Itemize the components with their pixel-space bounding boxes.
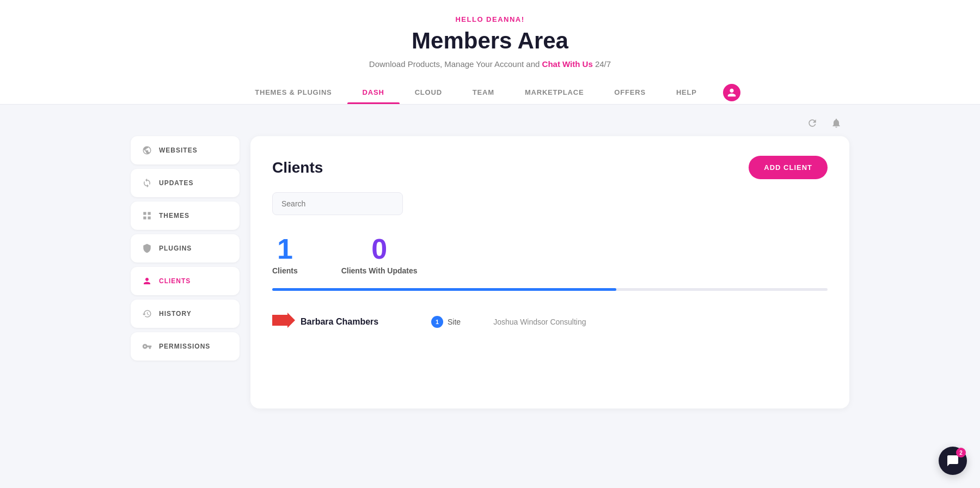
client-row[interactable]: Barbara Chambers 1 Site Joshua Windsor C… <box>301 306 828 338</box>
sidebar-item-updates[interactable]: UPDATES <box>131 169 240 197</box>
clients-updates-value: 0 <box>341 235 418 263</box>
client-company: Joshua Windsor Consulting <box>493 318 586 326</box>
globe-icon <box>142 145 152 156</box>
svg-marker-0 <box>272 313 295 328</box>
nav-dash[interactable]: DASH <box>347 81 400 104</box>
updates-icon <box>142 178 152 188</box>
history-icon <box>142 308 152 319</box>
sidebar-item-plugins[interactable]: PLUGINS <box>131 234 240 263</box>
stat-clients-updates: 0 Clients With Updates <box>341 235 418 275</box>
chat-bubble[interactable]: 2 <box>939 447 967 475</box>
sidebar-label-themes: THEMES <box>159 212 189 219</box>
progress-bar-background <box>272 288 828 291</box>
refresh-icon[interactable] <box>805 115 820 131</box>
add-client-button[interactable]: ADD CLIENT <box>749 156 828 179</box>
clients-count-value: 1 <box>272 235 298 263</box>
card-header: Clients ADD CLIENT <box>272 156 828 179</box>
greeting-text: HELLO DEANNA! <box>0 15 980 23</box>
stat-clients: 1 Clients <box>272 235 298 275</box>
page-title: Members Area <box>0 28 980 54</box>
themes-icon <box>142 210 152 221</box>
clients-count-label: Clients <box>272 266 298 275</box>
nav-cloud[interactable]: CLOUD <box>400 81 457 104</box>
sidebar-label-plugins: PLUGINS <box>159 245 192 252</box>
main-layout: WEBSITES UPDATES THEMES PLUGINS <box>131 136 849 408</box>
clients-updates-label: Clients With Updates <box>341 266 418 275</box>
client-name: Barbara Chambers <box>301 317 409 327</box>
clients-icon <box>142 276 152 286</box>
search-input[interactable] <box>272 192 403 215</box>
plugins-icon <box>142 243 152 254</box>
nav-marketplace[interactable]: MARKETPLACE <box>510 81 599 104</box>
clients-card: Clients ADD CLIENT 1 Clients 0 Clients W… <box>250 136 849 408</box>
site-count-badge: 1 <box>431 316 443 328</box>
nav-team[interactable]: TEAM <box>457 81 510 104</box>
sidebar-item-history[interactable]: HISTORY <box>131 300 240 328</box>
page-header: HELLO DEANNA! Members Area Download Prod… <box>0 0 980 105</box>
user-avatar[interactable] <box>723 84 740 101</box>
nav-help[interactable]: HELP <box>661 81 712 104</box>
stats-row: 1 Clients 0 Clients With Updates <box>272 235 828 275</box>
subtitle: Download Products, Manage Your Account a… <box>0 59 980 69</box>
chat-link[interactable]: Chat With Us <box>542 59 593 69</box>
main-nav: THEMES & PLUGINS DASH CLOUD TEAM MARKETP… <box>0 81 980 104</box>
chat-badge: 2 <box>956 448 966 457</box>
card-title: Clients <box>272 159 323 176</box>
sidebar-label-history: HISTORY <box>159 310 192 318</box>
client-row-wrapper: Barbara Chambers 1 Site Joshua Windsor C… <box>272 306 828 338</box>
progress-bar-fill <box>272 288 616 291</box>
client-site-badge: 1 Site <box>431 316 461 328</box>
sidebar-label-clients: CLIENTS <box>159 277 191 285</box>
subtitle-after: 24/7 <box>593 59 611 69</box>
sidebar-label-updates: UPDATES <box>159 179 193 187</box>
sidebar-item-websites[interactable]: WEBSITES <box>131 136 240 164</box>
nav-offers[interactable]: OFFERS <box>599 81 661 104</box>
content-wrapper: WEBSITES UPDATES THEMES PLUGINS <box>109 105 871 419</box>
site-label: Site <box>448 318 461 326</box>
subtitle-before: Download Products, Manage Your Account a… <box>369 59 542 69</box>
sidebar-label-websites: WEBSITES <box>159 147 198 154</box>
top-bar <box>131 115 849 131</box>
permissions-icon <box>142 341 152 352</box>
bell-icon[interactable] <box>829 115 844 131</box>
sidebar-item-themes[interactable]: THEMES <box>131 202 240 230</box>
sidebar-label-permissions: PERMISSIONS <box>159 343 210 350</box>
sidebar-item-permissions[interactable]: PERMISSIONS <box>131 332 240 361</box>
nav-themes-plugins[interactable]: THEMES & PLUGINS <box>240 81 347 104</box>
arrow-indicator <box>272 313 295 332</box>
sidebar-item-clients[interactable]: CLIENTS <box>131 267 240 295</box>
sidebar: WEBSITES UPDATES THEMES PLUGINS <box>131 136 240 361</box>
